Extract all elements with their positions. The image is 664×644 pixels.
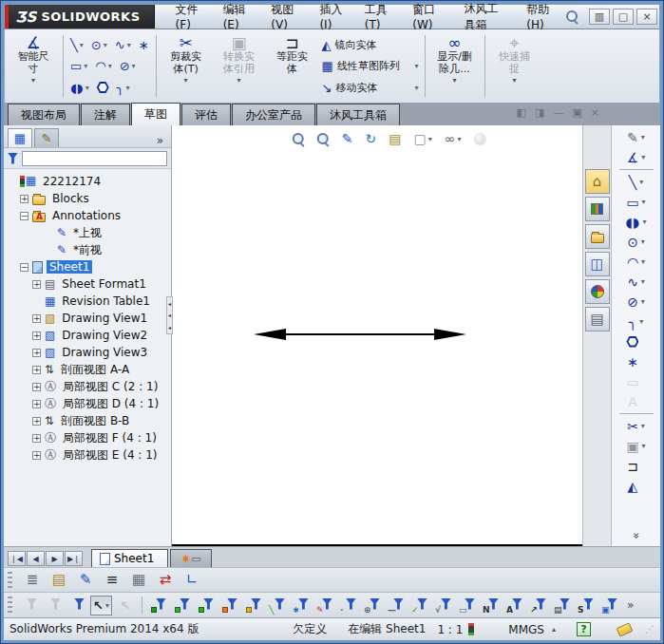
layer-properties-button[interactable]: ≣ <box>22 570 43 590</box>
dropdown-arrow-icon[interactable]: ▾ <box>639 178 643 186</box>
dropdown-arrow-icon[interactable]: ▾ <box>641 422 645 430</box>
first-sheet-button[interactable]: ❘◀ <box>8 551 26 566</box>
dropdown-arrow-icon[interactable]: ▾ <box>415 84 419 92</box>
arc-tool[interactable]: ◠▾ <box>91 58 115 74</box>
expand-icon[interactable]: + <box>32 434 41 443</box>
tree-item[interactable]: +▧Drawing View3 <box>4 344 171 361</box>
dropdown-arrow-icon[interactable]: ▾ <box>641 153 645 161</box>
spline-tool[interactable]: ∿▾ <box>111 37 135 53</box>
view-orientation-button[interactable]: ▢▾ <box>410 129 434 148</box>
collapse-pane-right-button[interactable]: ◨ <box>535 106 544 119</box>
tree-item[interactable]: +Ⓐ局部视图 E (4 : 1) <box>4 446 171 464</box>
dropdown-arrow-icon[interactable]: ▾ <box>415 62 419 70</box>
solidworks-resources-tab[interactable]: ⌂ <box>585 169 610 194</box>
dropdown-arrow-icon[interactable]: ▾ <box>642 442 646 450</box>
expand-icon[interactable]: + <box>32 417 41 426</box>
dropdown-arrow-icon[interactable]: ▾ <box>31 76 35 85</box>
file-explorer-tab[interactable] <box>585 224 610 249</box>
fillet-button[interactable]: ╮▾ <box>616 312 657 331</box>
tree-item[interactable]: +⇅剖面视图 A-A <box>4 361 171 378</box>
doc-restore-button[interactable]: ▣ <box>572 106 581 119</box>
expand-icon[interactable]: + <box>20 195 28 203</box>
dropdown-arrow-icon[interactable]: ▾ <box>641 277 645 286</box>
convert-entities-button[interactable]: ▣转换实体引用▾ <box>213 31 266 101</box>
offset-entities-button[interactable]: ⊐等距实体▾ <box>266 31 319 101</box>
collapse-icon[interactable]: − <box>20 263 28 272</box>
tree-filter-input[interactable] <box>22 151 167 166</box>
dropdown-arrow-icon[interactable]: ▾ <box>184 76 188 85</box>
propertymanager-tab[interactable]: ✎ <box>34 128 59 147</box>
dropdown-arrow-icon[interactable]: ▾ <box>453 76 457 85</box>
trim-entities-button[interactable]: ✂剪裁实体(T)▾ <box>160 31 213 101</box>
resize-grip[interactable]: ⋰ <box>645 624 655 635</box>
tree-item[interactable]: +Ⓐ局部视图 F (4 : 1) <box>4 429 171 446</box>
toggle-selection-filters-button[interactable] <box>66 596 87 616</box>
dropdown-arrow-icon[interactable]: ▾ <box>642 198 646 206</box>
tree-item[interactable]: 22212174 <box>4 173 171 190</box>
search-icon[interactable] <box>566 10 579 23</box>
plane-button[interactable]: ▭▾ <box>616 371 657 391</box>
clear-all-filters-button[interactable] <box>43 596 64 616</box>
dropdown-arrow-icon[interactable]: ▾ <box>127 41 131 49</box>
tree-item[interactable]: +Ⓐ局部视图 C (2 : 1) <box>4 378 171 395</box>
line-button[interactable]: ╲▾ <box>616 172 657 192</box>
sketch-flyout-button[interactable]: ✎▾ <box>616 127 657 147</box>
hide-show-items-button[interactable]: ∞▾ <box>442 129 465 148</box>
units-dropdown-arrow-icon[interactable]: ▴ <box>552 625 556 634</box>
dropdown-arrow-icon[interactable]: ▾ <box>85 84 89 92</box>
filter-off-button[interactable] <box>19 596 40 616</box>
rotate-view-button[interactable]: ↻ <box>362 129 379 148</box>
more-tools-button[interactable]: » <box>630 532 643 539</box>
zoom-to-fit-button[interactable] <box>290 130 308 148</box>
filter-dowel-pins-button[interactable]: S <box>576 596 597 616</box>
more-filters-button[interactable]: » <box>627 598 634 612</box>
dropdown-arrow-icon[interactable]: ▾ <box>641 237 645 246</box>
document-layers-button[interactable]: ▤ <box>48 570 69 590</box>
arc-button[interactable]: ◠▾ <box>616 252 657 272</box>
expand-icon[interactable]: + <box>32 400 41 408</box>
spline-button[interactable]: ∿▾ <box>616 272 657 292</box>
filter-notes-button[interactable]: N <box>481 596 502 616</box>
slot-button[interactable]: ◖◗▾ <box>616 212 657 232</box>
line-tool[interactable]: ╲▾ <box>66 37 87 53</box>
panel-more-button[interactable]: » <box>157 134 167 147</box>
app-close-button[interactable]: × <box>636 9 657 25</box>
dropdown-arrow-icon[interactable]: ▾ <box>642 218 646 226</box>
text-button[interactable]: A▾ <box>616 391 657 411</box>
tag-icon[interactable] <box>617 622 634 636</box>
filter-weld-symbols-button[interactable]: ↗ <box>528 596 549 616</box>
filter-center-marks-button[interactable]: ⊕ <box>362 596 383 616</box>
collapse-pane-left-button[interactable]: ◧ <box>517 106 526 119</box>
tree-item[interactable]: +▤Sheet Format1 <box>4 275 171 293</box>
fillet-tool[interactable]: ╮▾ <box>113 80 134 96</box>
collapse-icon[interactable]: − <box>20 212 28 220</box>
doc-minimize-button[interactable]: — <box>553 106 563 119</box>
filter-datums-button[interactable]: ▤ <box>552 596 573 616</box>
tree-item[interactable]: +▧Drawing View2 <box>4 327 171 344</box>
filter-surface-bodies-button[interactable] <box>219 596 240 616</box>
sheet-tab-active[interactable]: Sheet1 <box>91 549 168 567</box>
linear-sketch-pattern-button[interactable]: ▦线性草图阵列▾ <box>319 57 422 76</box>
rectangle-tool[interactable]: ▭▾ <box>66 58 91 74</box>
dropdown-arrow-icon[interactable]: ▾ <box>641 297 645 306</box>
app-minimize-button[interactable]: ▥ <box>589 9 610 25</box>
tab-沐风工具箱[interactable]: 沐风工具箱 <box>316 104 400 125</box>
filter-centerlines-button[interactable]: — <box>386 596 407 616</box>
last-sheet-button[interactable]: ▶❘ <box>65 551 83 566</box>
filter-edges-button[interactable] <box>172 596 193 616</box>
dropdown-arrow-icon[interactable]: ▾ <box>513 76 517 85</box>
smart-dimension-button[interactable]: ∡智能尺寸▾ <box>7 31 60 101</box>
hide-show-edges-button[interactable]: ∟ <box>181 570 202 590</box>
select-tool-button[interactable]: ↖▾ <box>90 596 112 616</box>
tree-item[interactable]: −Annotations <box>4 207 171 224</box>
dropdown-arrow-icon[interactable]: ▾ <box>80 41 84 49</box>
polygon-tool[interactable] <box>93 80 113 95</box>
filter-sketch-points-button[interactable]: ∗ <box>291 596 312 616</box>
ellipse-tool[interactable]: ⊘▾ <box>116 58 140 74</box>
expand-icon[interactable]: + <box>32 331 41 340</box>
offset-entities-button[interactable]: ⊐▾ <box>616 456 657 476</box>
tree-item[interactable]: +⇅剖面视图 B-B <box>4 412 171 429</box>
tab-办公室产品[interactable]: 办公室产品 <box>232 104 315 125</box>
dropdown-arrow-icon[interactable]: ▾ <box>104 41 107 49</box>
design-library-tab[interactable] <box>585 197 610 221</box>
